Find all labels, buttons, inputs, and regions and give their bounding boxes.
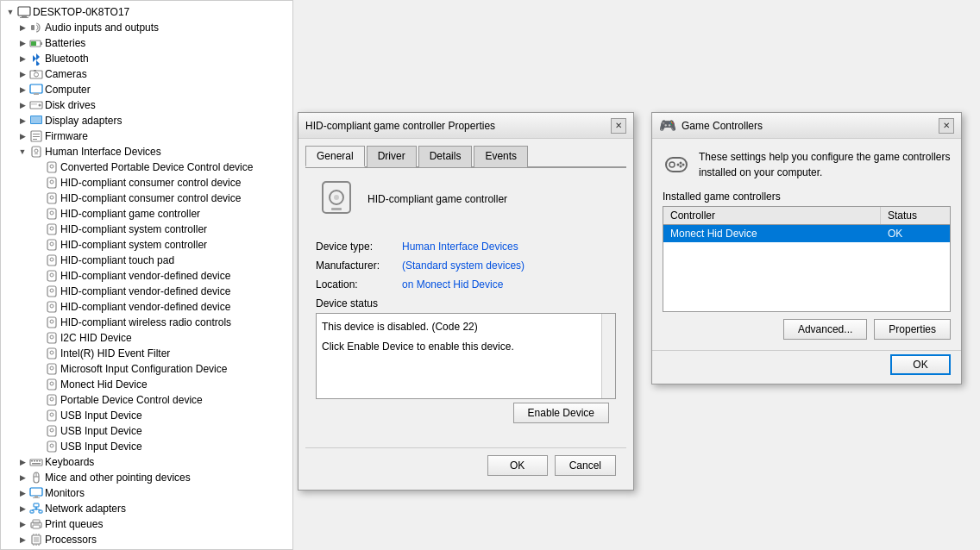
svg-point-47 [50, 335, 53, 339]
tree-item-cameras[interactable]: ▶ Cameras [1, 66, 292, 82]
svg-rect-20 [33, 139, 37, 140]
tab-general[interactable]: General [305, 146, 365, 167]
tree-item-hid18[interactable]: USB Input Device [1, 423, 292, 439]
hid-label: Human Interface Devices [45, 146, 161, 158]
device-manager-panel: ▼ DESKTOP-0K8TO17 ▶ Audio inputs and out… [0, 0, 293, 550]
firmware-label: Firmware [45, 130, 88, 142]
bluetooth-label: Bluetooth [45, 53, 89, 65]
svg-point-8 [35, 72, 39, 77]
svg-rect-26 [47, 178, 56, 188]
tree-item-hid16[interactable]: Portable Device Control device [1, 392, 292, 408]
expand-icon-computer: ▶ [16, 84, 28, 96]
svg-rect-92 [331, 208, 342, 210]
device-tree: ▼ DESKTOP-0K8TO17 ▶ Audio inputs and out… [1, 1, 292, 549]
svg-rect-34 [47, 240, 56, 250]
svg-point-53 [50, 382, 53, 385]
tree-item-firmware[interactable]: ▶ Firmware [1, 128, 292, 144]
tree-item-hid19[interactable]: USB Input Device [1, 439, 292, 454]
hid-icon [29, 145, 43, 159]
device-name: HID-compliant game controller [368, 193, 507, 205]
tree-item-hid4[interactable]: HID-compliant game controller [1, 206, 292, 222]
tree-item-print[interactable]: ▶ Print queues [1, 516, 292, 532]
tree-item-network[interactable]: ▶ Network adapters [1, 501, 292, 516]
svg-point-29 [50, 196, 53, 199]
batteries-label: Batteries [45, 37, 85, 49]
tab-events[interactable]: Events [474, 146, 528, 167]
mice-label: Mice and other pointing devices [45, 472, 191, 484]
hid12-label: I2C HID Device [60, 332, 132, 344]
tree-item-hid7[interactable]: HID-compliant touch pad [1, 253, 292, 268]
tree-item-hid10[interactable]: HID-compliant vendor-defined device [1, 299, 292, 315]
device-type-label: Device type: [316, 241, 402, 253]
gc-header: These settings help you configure the ga… [652, 139, 961, 191]
status-scrollbar[interactable] [601, 314, 615, 398]
processors-label: Processors [45, 534, 97, 546]
tree-item-hid[interactable]: ▼ Human Interface Devices [1, 144, 292, 159]
tree-item-hid5[interactable]: HID-compliant system controller [1, 222, 292, 237]
tree-item-batteries[interactable]: ▶ Batteries [1, 35, 292, 51]
svg-rect-50 [47, 364, 56, 374]
tree-item-hid12[interactable]: I2C HID Device [1, 330, 292, 346]
svg-point-61 [50, 444, 53, 447]
display-icon [29, 114, 43, 128]
tree-item-disk[interactable]: ▶ Disk drives [1, 97, 292, 113]
svg-point-35 [50, 242, 53, 246]
svg-rect-81 [33, 525, 40, 528]
hid-device-icon-9 [45, 284, 59, 298]
svg-point-27 [50, 180, 53, 184]
tab-details[interactable]: Details [418, 146, 473, 167]
tree-item-hid2[interactable]: HID-compliant consumer control device [1, 175, 292, 191]
svg-rect-83 [34, 537, 39, 542]
hid2-label: HID-compliant consumer control device [60, 177, 241, 189]
gc-advanced-button[interactable]: Advanced... [783, 319, 867, 340]
svg-rect-3 [31, 25, 35, 30]
tree-item-computer[interactable]: ▶ Computer [1, 82, 292, 97]
hid-device-icon-11 [45, 316, 59, 329]
tree-item-hid11[interactable]: HID-compliant wireless radio controls [1, 315, 292, 330]
tab-driver[interactable]: Driver [367, 146, 417, 167]
hid19-label: USB Input Device [60, 441, 142, 453]
hid-dialog-close-button[interactable]: ✕ [611, 118, 626, 134]
enable-device-button[interactable]: Enable Device [513, 403, 609, 423]
svg-rect-38 [47, 271, 56, 281]
camera-icon [29, 67, 43, 81]
tree-item-hid14[interactable]: Microsoft Input Configuration Device [1, 361, 292, 377]
tree-item-bluetooth[interactable]: ▶ Bluetooth [1, 51, 292, 66]
gc-installed-label: Installed game controllers [652, 191, 961, 206]
tree-item-keyboards[interactable]: ▶ Keyboards [1, 454, 292, 470]
network-icon [29, 502, 43, 516]
gc-dialog-title-bar: 🎮 Game Controllers ✕ [652, 113, 961, 139]
svg-point-98 [680, 166, 682, 168]
svg-rect-2 [20, 17, 28, 18]
cameras-label: Cameras [45, 68, 87, 80]
tree-item-hid13[interactable]: Intel(R) HID Event Filter [1, 346, 292, 361]
gc-dialog-close-button[interactable]: ✕ [939, 118, 954, 134]
tree-item-hid15[interactable]: Monect Hid Device [1, 377, 292, 392]
tree-item-hid8[interactable]: HID-compliant vendor-defined device [1, 268, 292, 284]
hid-dialog-title: HID-compliant game controller Properties [305, 120, 495, 132]
tree-item-hid3[interactable]: HID-compliant consumer control device [1, 191, 292, 206]
tree-item-monitors[interactable]: ▶ Monitors [1, 485, 292, 501]
tree-item-processors[interactable]: ▶ Processors [1, 532, 292, 547]
hid-device-icon-13 [45, 347, 59, 360]
gc-ok-button[interactable]: OK [890, 354, 951, 375]
tree-item-mice[interactable]: ▶ Mice and other pointing devices [1, 470, 292, 485]
gc-properties-button[interactable]: Properties [874, 319, 951, 340]
gc-table-row-0[interactable]: Monect Hid Device OK [663, 225, 950, 242]
tree-item-hid9[interactable]: HID-compliant vendor-defined device [1, 284, 292, 299]
audio-icon [29, 21, 43, 34]
tree-item-hid1[interactable]: Converted Portable Device Control device [1, 159, 292, 175]
expand-icon-network: ▶ [16, 503, 28, 515]
hid-ok-button[interactable]: OK [487, 455, 548, 476]
tree-item-hid6[interactable]: HID-compliant system controller [1, 237, 292, 253]
tree-item-hid17[interactable]: USB Input Device [1, 408, 292, 423]
svg-rect-70 [30, 488, 42, 496]
svg-point-55 [50, 397, 53, 401]
print-label: Print queues [45, 518, 103, 530]
tree-item-root[interactable]: ▼ DESKTOP-0K8TO17 [1, 4, 292, 20]
tree-item-audio[interactable]: ▶ Audio inputs and outputs [1, 20, 292, 35]
tree-item-display[interactable]: ▶ Display adapters [1, 113, 292, 128]
hid-cancel-button[interactable]: Cancel [555, 455, 616, 476]
gc-cell-controller-0: Monect Hid Device [663, 225, 881, 242]
enable-device-row: Enable Device [316, 399, 616, 430]
